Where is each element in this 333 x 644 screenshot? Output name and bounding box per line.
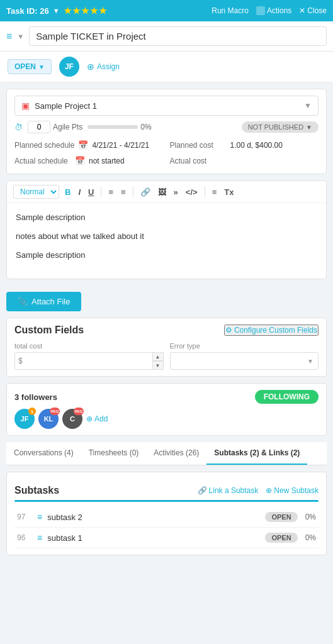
link-button[interactable]: 🔗 xyxy=(138,186,152,198)
custom-fields-title: Custom Fields xyxy=(14,325,84,336)
underline-button[interactable]: U xyxy=(86,186,96,198)
subtask-name: subtask 2 xyxy=(47,513,260,522)
agile-pts: Agile Pts xyxy=(28,121,82,133)
link-label: Link a Subtask xyxy=(209,486,259,495)
bold-button[interactable]: B xyxy=(63,186,72,198)
run-macro-button[interactable]: Run Macro xyxy=(212,6,249,15)
subtask-icon: ≡ xyxy=(37,512,42,522)
subtasks-header: Subtasks 🔗 Link a Subtask ⊕ New Subtask xyxy=(14,479,319,500)
avatar-badge: 1 xyxy=(28,408,36,415)
tab-conversations[interactable]: Conversations (4) xyxy=(6,442,81,465)
paperclip-icon: 📎 xyxy=(18,297,28,306)
avatar-initials: KL xyxy=(44,415,54,423)
spin-up-button[interactable]: ▲ xyxy=(152,352,164,361)
tab-activities[interactable]: Activities (26) xyxy=(146,442,206,465)
status-bar: OPEN ▼ JF ⊕ Assign xyxy=(0,52,333,82)
new-label: New Subtask xyxy=(274,486,319,495)
subtask-status-badge: OPEN xyxy=(265,512,297,522)
editor-body[interactable]: Sample description notes about what we t… xyxy=(7,203,326,279)
italic-button[interactable]: I xyxy=(76,186,82,198)
subtask-pct: 0% xyxy=(305,513,316,521)
code-button[interactable]: </> xyxy=(184,186,200,198)
avatar-badge: REQ xyxy=(74,408,84,415)
attach-label: Attach File xyxy=(31,297,70,306)
agile-pts-input[interactable] xyxy=(28,121,50,133)
status-open-button[interactable]: OPEN ▼ xyxy=(8,59,52,74)
actions-icon xyxy=(256,6,265,15)
spin-down-button[interactable]: ▼ xyxy=(152,361,164,370)
progress-pct: 0% xyxy=(140,123,151,131)
subtask-pct: 0% xyxy=(305,533,316,542)
close-label: Close xyxy=(307,6,327,15)
fields-grid: total cost $ ▲ ▼ Error type ▼ xyxy=(14,342,319,370)
editor-card: Normal B I U ≡ ≡ 🔗 🖼 » </> ≡ Tx Sample d… xyxy=(6,180,327,279)
spinner: ▲ ▼ xyxy=(152,352,164,370)
calendar-icon: 📅 xyxy=(78,140,88,150)
link-icon: 🔗 xyxy=(198,486,207,495)
not-published-button[interactable]: NOT PUBLISHED ▼ xyxy=(242,121,319,133)
title-bar: ≡ ▼ xyxy=(0,21,333,52)
run-macro-label: Run Macro xyxy=(212,6,249,15)
progress-bar-background xyxy=(87,125,138,129)
actions-button[interactable]: Actions xyxy=(256,6,291,15)
error-type-label: Error type xyxy=(170,342,319,350)
followers-count: 3 followers xyxy=(14,392,57,402)
following-label: FOLLOWING xyxy=(264,392,310,401)
total-cost-field: total cost $ ▲ ▼ xyxy=(14,342,164,370)
project-selector[interactable]: ▣ Sample Project 1 ▼ xyxy=(14,96,319,116)
follower-avatar-jf[interactable]: JF 1 xyxy=(14,409,35,429)
plus-circle-icon: ⊕ xyxy=(86,414,93,423)
ordered-list-button[interactable]: ≡ xyxy=(106,186,115,198)
close-button[interactable]: ✕ Close xyxy=(299,6,327,15)
planned-dates: 4/21/21 - 4/21/21 xyxy=(92,141,149,150)
follower-avatar-kl[interactable]: KL REQ xyxy=(38,409,59,429)
planned-cost-row: Planned cost 1.00 d, $400.00 xyxy=(170,138,319,152)
agile-label: Agile Pts xyxy=(53,123,82,131)
subtask-row: 96 ≡ subtask 1 OPEN 0% xyxy=(14,528,319,548)
planned-schedule-label: Planned schedule xyxy=(14,141,74,150)
planned-schedule-row: Planned schedule 📅 4/21/21 - 4/21/21 xyxy=(14,138,164,152)
planned-cost-value: 1.00 d, $400.00 xyxy=(230,141,283,150)
total-cost-input[interactable] xyxy=(14,352,164,370)
toolbar-separator xyxy=(101,187,101,197)
quote-button[interactable]: » xyxy=(172,186,180,198)
tab-label: Subtasks (2) & Links (2) xyxy=(214,448,300,457)
chevron-down-icon[interactable]: ▼ xyxy=(53,7,60,14)
follower-avatar-c[interactable]: C REQ xyxy=(62,409,82,429)
main-content: ▣ Sample Project 1 ▼ ⏱ Agile Pts 0% NOT … xyxy=(0,82,333,562)
unordered-list-button[interactable]: ≡ xyxy=(119,186,128,198)
star-rating[interactable]: ★★★★★ xyxy=(64,6,108,16)
align-button[interactable]: ≡ xyxy=(210,186,219,198)
subtask-id: 96 xyxy=(17,533,32,542)
plus-circle-icon: ⊕ xyxy=(266,486,272,495)
task-title-input[interactable] xyxy=(29,26,327,46)
chevron-down-icon[interactable]: ▼ xyxy=(17,33,24,40)
following-button[interactable]: FOLLOWING xyxy=(255,390,319,404)
tab-label: Activities (26) xyxy=(154,448,199,457)
error-type-select[interactable] xyxy=(170,352,319,370)
toolbar-separator-3 xyxy=(205,187,205,197)
plus-circle-icon: ⊕ xyxy=(87,62,94,72)
project-card: ▣ Sample Project 1 ▼ ⏱ Agile Pts 0% NOT … xyxy=(6,89,327,174)
new-subtask-button[interactable]: ⊕ New Subtask xyxy=(266,486,319,495)
attach-file-button[interactable]: 📎 Attach File xyxy=(6,292,81,311)
image-button[interactable]: 🖼 xyxy=(156,186,168,198)
avatar-initials: C xyxy=(70,415,75,423)
configure-custom-fields-button[interactable]: ⚙ Configure Custom Fields xyxy=(224,325,319,336)
tab-timesheets[interactable]: Timesheets (0) xyxy=(81,442,147,465)
style-select[interactable]: Normal xyxy=(13,185,59,199)
link-subtask-button[interactable]: 🔗 Link a Subtask xyxy=(198,486,259,495)
schedule-grid: Planned schedule 📅 4/21/21 - 4/21/21 Pla… xyxy=(14,138,319,167)
tabs-bar: Conversations (4) Timesheets (0) Activit… xyxy=(6,442,327,465)
subtask-icon: ≡ xyxy=(37,533,42,543)
subtask-id: 97 xyxy=(17,513,32,521)
avatar-initials: JF xyxy=(65,62,74,71)
assign-button[interactable]: ⊕ Assign xyxy=(87,62,120,72)
error-type-select-wrap: ▼ xyxy=(170,352,319,370)
subtask-status-badge: OPEN xyxy=(265,533,297,543)
project-icon: ▣ xyxy=(21,101,30,111)
clear-format-button[interactable]: Tx xyxy=(222,186,235,198)
avatar: JF xyxy=(59,57,79,77)
add-follower-button[interactable]: ⊕ Add xyxy=(86,414,108,423)
tab-subtasks[interactable]: Subtasks (2) & Links (2) xyxy=(206,442,307,465)
